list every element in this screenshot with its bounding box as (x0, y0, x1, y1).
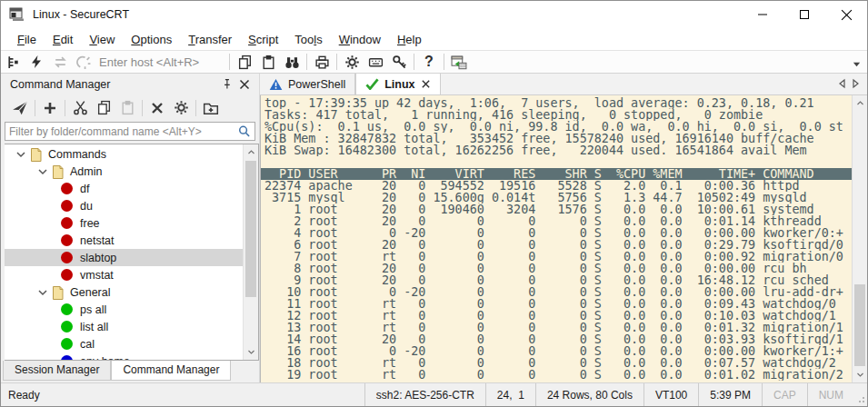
scroll-up-icon[interactable] (853, 95, 867, 111)
new-session-window-button[interactable] (447, 51, 471, 73)
scroll-down-icon[interactable] (853, 367, 867, 382)
tree-folder-admin[interactable]: Admin (5, 163, 243, 180)
tree-command-list-all[interactable]: list all (5, 318, 243, 335)
menu-tools[interactable]: Tools (286, 30, 330, 49)
pin-panel-button[interactable] (217, 76, 235, 93)
tree-command-netstat[interactable]: netstat (5, 232, 243, 249)
tree-command-ps-all[interactable]: ps all (5, 301, 243, 318)
menu-help[interactable]: Help (389, 30, 430, 49)
toolbar-separator (35, 100, 35, 116)
close-tab-icon[interactable] (421, 79, 431, 89)
status-num-lock: NUM (807, 383, 854, 406)
help-button[interactable]: ? (417, 51, 441, 73)
process-row: 11 root rt 0 0 0 0 S 0.0 0.0 0:09.43 wat… (261, 298, 852, 310)
process-row: 16 root 0 -20 0 0 0 S 0.0 0.0 0:00.00 kw… (261, 345, 852, 357)
process-row: 18 root rt 0 0 0 0 S 0.0 0.0 0:07.57 wat… (261, 357, 852, 369)
menu-script[interactable]: Script (240, 30, 286, 49)
send-command-button[interactable] (8, 97, 32, 119)
delete-command-button[interactable] (145, 97, 169, 119)
resize-grip[interactable] (854, 383, 867, 406)
tab-scroll-right-icon[interactable] (851, 77, 862, 90)
scroll-down-icon[interactable] (244, 344, 259, 360)
maximize-icon (799, 9, 810, 20)
print-button[interactable] (310, 51, 334, 73)
tree-folder-commands[interactable]: Commands (5, 145, 243, 163)
close-panel-button[interactable] (235, 76, 254, 93)
check-icon (365, 78, 379, 90)
new-folder-button[interactable] (199, 97, 223, 119)
delete-x-icon (150, 101, 165, 115)
close-button[interactable] (825, 1, 867, 28)
disconnect-icon (76, 55, 92, 70)
menu-window[interactable]: Window (331, 30, 389, 49)
tree-command-env-home[interactable]: env home (5, 352, 243, 361)
menu-file[interactable]: File (9, 30, 45, 49)
tab-session-manager[interactable]: Session Manager (3, 361, 111, 381)
status-ready: Ready (1, 389, 364, 402)
menu-transfer[interactable]: Transfer (180, 30, 240, 49)
chevron-down-icon (852, 59, 862, 69)
clipboard-icon (261, 55, 276, 70)
tree-scrollbar-thumb[interactable] (245, 161, 256, 297)
paste-command-button[interactable] (115, 97, 139, 119)
terminal-screen[interactable]: top - 17:39:35 up 42 days, 1:06, 7 users… (260, 95, 867, 382)
command-bullet-icon (61, 303, 73, 315)
cut-button[interactable] (68, 97, 92, 119)
session-options-button[interactable] (340, 51, 364, 73)
reconnect-button[interactable] (48, 51, 72, 73)
menu-edit[interactable]: Edit (45, 30, 81, 49)
command-options-button[interactable] (169, 97, 193, 119)
quick-connect-button[interactable] (25, 51, 48, 73)
tree-label: netstat (80, 234, 115, 247)
terminal-scrollbar-thumb[interactable] (854, 284, 865, 366)
lightning-icon (29, 55, 44, 69)
tree-scrollbar[interactable] (243, 144, 258, 360)
agent-key-button[interactable] (387, 51, 411, 73)
tab-label: Linux (384, 78, 414, 91)
paste-button[interactable] (256, 51, 280, 73)
warning-triangle-icon (269, 78, 283, 91)
find-button[interactable] (280, 51, 304, 73)
folder-icon (50, 285, 65, 300)
tree-command-slabtop[interactable]: slabtop (5, 249, 243, 266)
printer-icon (314, 55, 330, 70)
connect-icon (5, 55, 21, 70)
command-bullet-icon (61, 217, 73, 229)
copy-icon (96, 100, 112, 115)
tree-command-du[interactable]: du (5, 197, 243, 214)
connect-button[interactable] (1, 51, 25, 73)
command-manager-panel: Command Manager (1, 74, 260, 382)
scroll-up-icon[interactable] (244, 144, 259, 160)
copy-command-button[interactable] (92, 97, 115, 119)
add-command-button[interactable] (38, 97, 62, 119)
tab-powershell[interactable]: PowerShell (260, 74, 355, 94)
keyboard-icon (368, 55, 384, 70)
process-table-header: PID USER PR NI VIRT RES SHR S %CPU %MEM … (261, 168, 852, 180)
tree-folder-general[interactable]: General (5, 283, 243, 301)
process-row: 7 root rt 0 0 0 0 S 0.0 0.0 0:00.92 migr… (261, 251, 852, 263)
menu-view[interactable]: View (81, 30, 123, 49)
minimize-button[interactable] (742, 1, 783, 28)
status-caps-lock: CAP (762, 383, 807, 406)
toolbar-options-button[interactable] (852, 56, 862, 73)
tree-command-df[interactable]: df (5, 180, 243, 197)
pin-icon (221, 78, 233, 90)
tree-command-free[interactable]: free (5, 214, 243, 232)
panel-title: Command Manager (10, 78, 217, 91)
host-input[interactable] (99, 53, 226, 71)
filter-input[interactable] (9, 125, 237, 138)
disconnect-button[interactable] (72, 51, 95, 73)
terminal-line: KiB Mem : 32847832 total, 353452 free, 1… (261, 133, 852, 144)
copy-button[interactable] (233, 51, 256, 73)
tree-command-vmstat[interactable]: vmstat (5, 266, 243, 283)
search-icon (237, 124, 251, 138)
keymap-button[interactable] (364, 51, 387, 73)
menu-options[interactable]: Options (123, 30, 180, 49)
tree-command-cal[interactable]: cal (5, 335, 243, 352)
tab-command-manager[interactable]: Command Manager (111, 361, 231, 381)
maximize-button[interactable] (783, 1, 825, 28)
terminal-scrollbar[interactable] (852, 95, 867, 382)
tab-linux[interactable]: Linux (355, 74, 440, 94)
terminal-line: KiB Swap: 16482300 total, 16262256 free,… (261, 144, 852, 156)
tab-scroll-left-icon[interactable] (836, 77, 847, 90)
